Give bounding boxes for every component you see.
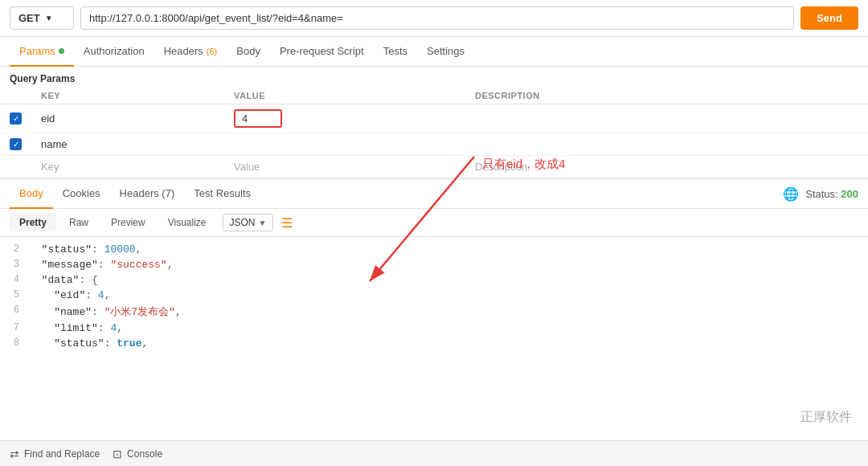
tab-pre-request[interactable]: Pre-request Script xyxy=(270,37,374,67)
resp-tab-cookies[interactable]: Cookies xyxy=(53,179,110,209)
placeholder-desc: Description xyxy=(475,161,527,173)
format-select-chevron: ▼ xyxy=(259,219,267,227)
tab-headers[interactable]: Headers (6) xyxy=(154,37,227,67)
format-tab-raw[interactable]: Raw xyxy=(59,214,98,231)
line-num-4: 4 xyxy=(0,274,29,285)
resp-tab-headers[interactable]: Headers (7) xyxy=(110,179,185,209)
row2-check-cell xyxy=(0,133,31,156)
format-tab-visualize-label: Visualize xyxy=(168,217,207,228)
col-desc-header: DESCRIPTION xyxy=(465,88,868,104)
json-content-6: "name": "小米7发布会", xyxy=(29,305,868,319)
resp-tab-cookies-label: Cookies xyxy=(63,187,100,199)
response-section: Body Cookies Headers (7) Test Results 🌐 … xyxy=(0,178,868,356)
tab-authorization[interactable]: Authorization xyxy=(74,37,154,67)
format-select[interactable]: JSON ▼ xyxy=(223,214,274,231)
status-label: Status: 200 xyxy=(805,188,858,200)
col-key-header: KEY xyxy=(31,88,224,104)
format-tab-preview[interactable]: Preview xyxy=(101,214,155,231)
json-line-8: 8 "status": true, xyxy=(0,336,868,351)
find-replace-button[interactable]: ⇄ Find and Replace xyxy=(10,448,100,460)
table-row: eid 4 xyxy=(0,104,868,133)
query-params-label: Query Params xyxy=(0,67,868,88)
console-button[interactable]: ⊡ Console xyxy=(113,448,162,460)
format-tab-pretty-label: Pretty xyxy=(19,217,47,228)
row1-checkbox[interactable] xyxy=(10,112,22,125)
json-content-2: "status": 10000, xyxy=(29,243,868,255)
watermark: 正厚软件 xyxy=(800,409,852,426)
line-num-7: 7 xyxy=(0,322,29,333)
tab-settings-label: Settings xyxy=(427,45,465,57)
resp-tab-body-label: Body xyxy=(19,187,43,199)
tab-tests[interactable]: Tests xyxy=(374,37,417,67)
tab-body-label: Body xyxy=(236,45,260,57)
format-tab-raw-label: Raw xyxy=(69,217,88,228)
method-chevron-icon: ▼ xyxy=(45,14,53,22)
tab-body[interactable]: Body xyxy=(227,37,270,67)
json-line-6: 6 "name": "小米7发布会", xyxy=(0,303,868,321)
row2-checkbox[interactable] xyxy=(10,138,22,150)
json-content-8: "status": true, xyxy=(29,337,868,350)
tab-headers-label: Headers xyxy=(164,45,203,57)
response-tabs: Body Cookies Headers (7) Test Results 🌐 … xyxy=(0,179,868,209)
resp-tab-body[interactable]: Body xyxy=(10,179,53,209)
request-tabs: Params Authorization Headers (6) Body Pr… xyxy=(0,37,868,67)
table-row-placeholder: Key Value Description xyxy=(0,156,868,178)
params-active-dot xyxy=(59,48,64,54)
headers-badge: (6) xyxy=(207,47,217,56)
row1-value-cell: 4 xyxy=(224,104,465,133)
json-content-5: "eid": 4, xyxy=(29,289,868,301)
col-value-header: VALUE xyxy=(224,88,465,104)
row1-key: eid xyxy=(41,112,55,125)
globe-icon: 🌐 xyxy=(783,186,799,202)
col-check-header xyxy=(0,88,31,104)
placeholder-value[interactable]: Value xyxy=(234,161,260,173)
row2-key-cell: name xyxy=(31,133,224,156)
url-input[interactable] xyxy=(80,6,794,30)
line-num-3: 3 xyxy=(0,259,29,270)
format-select-label: JSON xyxy=(230,217,256,228)
wrap-icon[interactable]: ☰ xyxy=(281,215,293,231)
method-label: GET xyxy=(18,12,40,24)
format-tab-preview-label: Preview xyxy=(111,217,145,228)
row1-check-cell xyxy=(0,104,31,133)
resp-tab-test-results[interactable]: Test Results xyxy=(184,179,260,209)
resp-tab-test-results-label: Test Results xyxy=(194,187,251,199)
console-label: Console xyxy=(127,448,162,460)
format-tab-visualize[interactable]: Visualize xyxy=(158,214,216,231)
line-num-6: 6 xyxy=(0,305,29,316)
tab-params[interactable]: Params xyxy=(10,37,74,67)
row1-key-cell: eid xyxy=(31,104,224,133)
format-tabs: Pretty Raw Preview Visualize JSON ▼ ☰ xyxy=(0,209,868,237)
format-tab-pretty[interactable]: Pretty xyxy=(10,214,56,231)
console-icon: ⊡ xyxy=(113,448,122,460)
row2-desc-cell xyxy=(465,133,868,156)
row2-value-cell xyxy=(224,133,465,156)
table-row: name xyxy=(0,133,868,156)
json-content-4: "data": { xyxy=(29,274,868,286)
tab-authorization-label: Authorization xyxy=(84,45,145,57)
tab-settings[interactable]: Settings xyxy=(417,37,474,67)
json-content-7: "limit": 4, xyxy=(29,322,868,334)
json-line-7: 7 "limit": 4, xyxy=(0,321,868,336)
resp-tab-headers-label: Headers (7) xyxy=(120,187,175,199)
placeholder-desc-cell: Description xyxy=(465,156,868,178)
tab-params-label: Params xyxy=(19,45,55,57)
url-bar: GET ▼ Send xyxy=(0,0,868,37)
row1-value-highlighted[interactable]: 4 xyxy=(234,109,282,128)
line-num-2: 2 xyxy=(0,243,29,255)
row2-key: name xyxy=(41,138,68,150)
json-line-5: 5 "eid": 4, xyxy=(0,288,868,303)
find-replace-icon: ⇄ xyxy=(10,448,19,460)
json-body: 2 "status": 10000, 3 "message": "success… xyxy=(0,237,868,356)
json-line-4: 4 "data": { xyxy=(0,272,868,288)
line-num-8: 8 xyxy=(0,337,29,349)
send-button[interactable]: Send xyxy=(800,6,858,30)
tab-pre-request-label: Pre-request Script xyxy=(280,45,364,57)
method-select[interactable]: GET ▼ xyxy=(10,6,74,30)
placeholder-key-cell: Key xyxy=(31,156,224,178)
placeholder-value-cell: Value xyxy=(224,156,465,178)
placeholder-key[interactable]: Key xyxy=(41,161,59,173)
json-line-3: 3 "message": "success", xyxy=(0,257,868,272)
json-line-2: 2 "status": 10000, xyxy=(0,242,868,257)
find-replace-label: Find and Replace xyxy=(24,448,100,460)
